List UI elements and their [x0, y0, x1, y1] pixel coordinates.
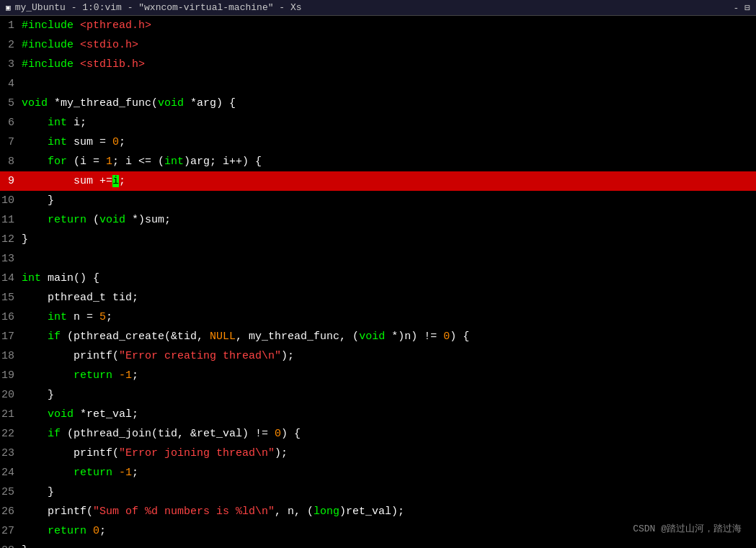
line-16: 16 int n = 5;	[0, 307, 756, 327]
line-12: 12 }	[0, 230, 756, 249]
title-bar-controls[interactable]: - ⊟	[734, 2, 750, 14]
line-1: 1 #include <pthread.h>	[0, 16, 756, 35]
line-23: 23 printf("Error joining thread\n");	[0, 444, 756, 463]
line-3: 3 #include <stdlib.h>	[0, 55, 756, 74]
line-11: 11 return (void *)sum;	[0, 210, 756, 230]
line-18: 18 printf("Error creating thread\n");	[0, 346, 756, 366]
line-26: 26 printf("Sum of %d numbers is %ld\n", …	[0, 502, 756, 521]
line-9: 9 sum +=i;	[0, 171, 756, 191]
line-20: 20 }	[0, 385, 756, 405]
line-24: 24 return -1;	[0, 463, 756, 482]
line-22: 22 if (pthread_join(tid, &ret_val) != 0)…	[0, 424, 756, 444]
line-5: 5 void *my_thread_func(void *arg) {	[0, 94, 756, 113]
line-17: 17 if (pthread_create(&tid, NULL, my_thr…	[0, 327, 756, 346]
line-8: 8 for (i = 1; i <= (int)arg; i++) {	[0, 152, 756, 171]
title-bar-icon: ▣	[6, 3, 11, 12]
line-15: 15 pthread_t tid;	[0, 288, 756, 307]
line-10: 10 }	[0, 191, 756, 210]
title-bar: ▣ my_Ubuntu - 1:0:vim - "wxncom-virtual-…	[0, 0, 756, 16]
line-21: 21 void *ret_val;	[0, 405, 756, 424]
line-4: 4	[0, 74, 756, 94]
line-14: 14 int main() {	[0, 269, 756, 288]
watermark: CSDN @踏过山河，踏过海	[633, 522, 742, 535]
editor[interactable]: 1 #include <pthread.h> 2 #include <stdio…	[0, 16, 756, 548]
line-6: 6 int i;	[0, 113, 756, 132]
line-13: 13	[0, 249, 756, 269]
line-19: 19 return -1;	[0, 366, 756, 385]
title-bar-text: my_Ubuntu - 1:0:vim - "wxncom-virtual-ma…	[15, 2, 302, 13]
line-2: 2 #include <stdio.h>	[0, 35, 756, 55]
line-28: 28 }	[0, 541, 756, 548]
line-7: 7 int sum = 0;	[0, 132, 756, 152]
line-25: 25 }	[0, 482, 756, 502]
